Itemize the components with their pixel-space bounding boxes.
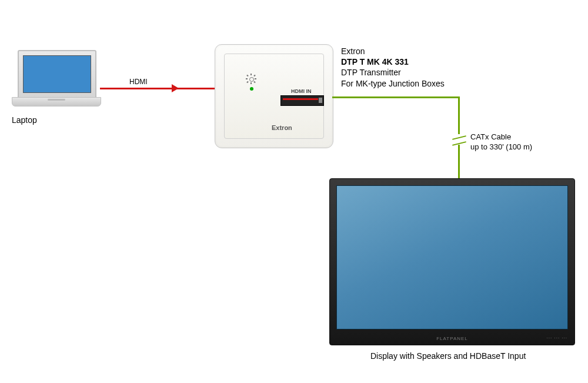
catx-cable-horizontal (332, 96, 459, 98)
hdmi-port-label: HDMI IN (291, 88, 312, 94)
display-device: FLATPANEL ··· ··· ··· (329, 178, 575, 345)
hdmi-cable-label: HDMI (129, 78, 148, 87)
wall-plate-inner: HDMI IN Extron (224, 54, 324, 139)
product-line1: DTP Transmitter (341, 68, 401, 77)
wall-plate-device: HDMI IN Extron (215, 44, 333, 148)
display-screen (336, 185, 568, 329)
laptop-device (12, 50, 100, 109)
hdmi-in-port (280, 95, 324, 106)
product-line2: For MK-type Junction Boxes (341, 79, 445, 88)
catx-cable-label: CATx Cable up to 330' (100 m) (470, 132, 532, 152)
display-port-dots: ··· ··· ··· (547, 335, 567, 341)
laptop-label: Laptop (12, 115, 37, 125)
catx-label-line2: up to 330' (100 m) (470, 142, 532, 151)
display-brand-mark: FLATPANEL (436, 336, 468, 341)
product-model: DTP T MK 4K 331 (341, 57, 409, 66)
status-led-icon (250, 87, 253, 91)
hdmi-arrow-icon (172, 84, 179, 92)
laptop-screen (18, 50, 96, 98)
catx-label-line1: CATx Cable (470, 132, 511, 141)
laptop-base (12, 97, 101, 106)
product-brand: Extron (341, 46, 365, 56)
display-caption: Display with Speakers and HDBaseT Input (370, 351, 526, 361)
plate-logo: Extron (272, 124, 292, 131)
product-description: Extron DTP T MK 4K 331 DTP Transmitter F… (341, 46, 445, 89)
brightness-icon (247, 75, 255, 83)
